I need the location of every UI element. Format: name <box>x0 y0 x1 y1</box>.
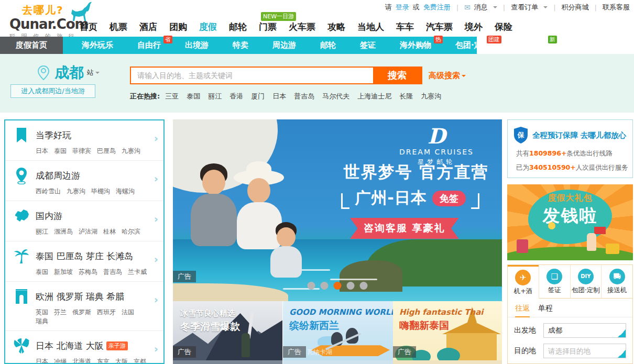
sidebar-sublink[interactable]: 兰卡威 <box>128 268 147 275</box>
tab-flight-hotel[interactable]: ✈ 机+酒 <box>508 265 539 299</box>
carousel-dot-active[interactable] <box>334 282 342 290</box>
search-input[interactable] <box>131 68 373 83</box>
search-button[interactable]: 搜索 <box>373 68 421 83</box>
sidebar-sublink[interactable]: 法国 <box>122 308 134 316</box>
sidebar-item-seasonal[interactable]: 当季好玩 › 日本泰国菲律宾巴厘岛九寨沟 <box>5 120 163 161</box>
sidebar-sublink[interactable]: 涠洲岛 <box>54 228 73 235</box>
sidebar-sublink[interactable]: 新加坡 <box>54 268 73 275</box>
sidebar-sublink[interactable]: 东京 <box>97 358 110 364</box>
round-trip-option[interactable]: 往返 <box>515 304 530 317</box>
subnav-visa[interactable]: 签证 <box>355 37 381 54</box>
departure-input[interactable] <box>544 324 626 337</box>
sidebar-sublink[interactable]: 英国 <box>36 308 48 316</box>
sidebar-sublink[interactable]: 泸沽湖 <box>79 228 97 235</box>
tab-visa[interactable]: ❏ 签证 <box>539 265 570 299</box>
orders-link[interactable]: 查看订单 <box>511 3 538 12</box>
hot-search-link[interactable]: 日本 <box>272 92 286 100</box>
nav-hotels[interactable]: 酒店 <box>139 21 157 33</box>
sidebar-sublink[interactable]: 日本 <box>36 358 48 364</box>
hot-search-link[interactable]: 丽江 <box>208 92 222 100</box>
sidebar-sublink[interactable]: 九寨沟 <box>122 147 140 155</box>
nav-flights[interactable]: 机票 <box>110 21 127 33</box>
sidebar-sublink[interactable]: 毕棚沟 <box>91 187 110 195</box>
sidebar-sublink[interactable]: 海螺沟 <box>116 187 135 195</box>
city-picker-corner-icon[interactable] <box>618 350 626 358</box>
sidebar-sublink[interactable]: 泰国 <box>54 147 67 155</box>
subnav-flash-sale[interactable]: 特卖 <box>227 37 254 54</box>
subnav-vacation-home[interactable]: 度假首页 <box>0 37 63 54</box>
sidebar-sublink[interactable]: 丽江 <box>36 228 48 235</box>
sidebar-item-europe[interactable]: 欧洲 俄罗斯 瑞典 希腊 › 英国芬兰俄罗斯西班牙法国瑞典 <box>5 282 163 331</box>
login-link[interactable]: 登录 <box>396 3 409 12</box>
sidebar-item-chengdu-nearby[interactable]: 成都周边游 › 西岭雪山九寨沟毕棚沟海螺沟 <box>5 161 163 201</box>
sidebar-sublink[interactable]: 西班牙 <box>97 308 116 316</box>
nav-train-tickets[interactable]: 火车票 <box>289 21 315 33</box>
sidebar-sublink[interactable]: 泰国 <box>36 268 48 275</box>
hot-search-link[interactable]: 九寨沟 <box>421 92 441 100</box>
sidebar-sublink[interactable]: 芬兰 <box>54 308 67 316</box>
sidebar-sublink[interactable]: 俄罗斯 <box>72 308 91 316</box>
nav-cars[interactable]: 车车 <box>396 21 414 33</box>
sidebar-sublink[interactable]: 冲绳 <box>54 358 67 364</box>
hot-search-link[interactable]: 普吉岛 <box>294 92 314 100</box>
local-tour-button[interactable]: 进入成都周边/当地游 <box>10 84 95 98</box>
tab-custom-group[interactable]: DIY 包团·定制 <box>570 265 602 299</box>
subnav-outbound[interactable]: 出境游 <box>180 37 214 54</box>
subnav-overseas-shopping[interactable]: 海外购物热 <box>395 37 436 54</box>
hot-search-link[interactable]: 上海迪士尼 <box>357 92 391 100</box>
sidebar-sublink[interactable]: 哈尔滨 <box>122 228 140 235</box>
hot-search-link[interactable]: 泰国 <box>187 92 200 100</box>
nav-overseas[interactable]: 境外 <box>465 21 483 33</box>
advanced-search-link[interactable]: 高级搜索 <box>429 71 466 81</box>
hot-search-link[interactable]: 长隆 <box>399 92 413 100</box>
current-city[interactable]: 成都 <box>54 63 84 83</box>
sidebar-sublink[interactable]: 苏梅岛 <box>79 268 97 275</box>
sidebar-sublink[interactable]: 西岭雪山 <box>36 187 61 195</box>
subnav-independent-travel[interactable]: 自由行省 <box>132 37 166 54</box>
nav-vacation[interactable]: 度假 <box>199 21 217 33</box>
register-link[interactable]: 免费注册 <box>423 3 451 12</box>
carousel-dot[interactable] <box>360 282 368 290</box>
sidebar-sublink[interactable]: 巴厘岛 <box>97 147 116 155</box>
sidebar-sublink[interactable]: 京都 <box>134 358 146 364</box>
sidebar-sublink[interactable]: 九寨沟 <box>67 187 85 195</box>
tab-airport-transfer[interactable]: ⛟ 接送机 <box>601 265 632 299</box>
contact-service-link[interactable]: 联系客服 <box>603 3 630 12</box>
subnav-overseas-fun[interactable]: 海外玩乐 <box>76 37 118 54</box>
city-selector[interactable]: 成都 站 <box>37 63 100 83</box>
one-way-option[interactable]: 单程 <box>538 304 553 317</box>
carousel-dot[interactable] <box>308 282 315 290</box>
mini-banner-new-zealand[interactable]: GOOD MORNING WORLD 缤纷新西兰 瓦纳卡湖 广告 <box>283 301 393 360</box>
vacation-gift-promo-banner[interactable]: 度假大礼包 发钱啦 <box>507 184 633 260</box>
hot-search-link[interactable]: 三亚 <box>165 92 179 100</box>
nav-insurance[interactable]: 保险 <box>495 21 512 33</box>
points-mall-link[interactable]: 积分商城 <box>562 3 589 12</box>
sidebar-sublink[interactable]: 日本 <box>36 147 48 155</box>
mini-banner-ski[interactable]: 冰雪节良心精选 冬季滑雪爆款 广告 <box>173 301 282 360</box>
sidebar-sublink[interactable]: 北海道 <box>72 358 91 364</box>
nav-group-buy[interactable]: 团购 <box>169 21 187 33</box>
subnav-custom-group[interactable]: 包团·定制团建 <box>450 37 495 54</box>
subnav-europe-river-cruise[interactable]: 欧洲河轮新 <box>509 37 551 54</box>
nav-locals[interactable]: 当地人 <box>357 21 384 33</box>
sidebar-item-japan[interactable]: 日本 北海道 大阪 亲子游 › 日本冲绳北海道东京大阪京都 <box>5 331 163 364</box>
sidebar-item-domestic[interactable]: 国内游 › 丽江涠洲岛泸沽湖桂林哈尔滨 <box>5 201 163 241</box>
hot-search-link[interactable]: 香港 <box>229 92 243 100</box>
sidebar-item-southeast-asia[interactable]: 泰国 巴厘岛 芽庄 长滩岛 › 泰国新加坡苏梅岛普吉岛兰卡威 <box>5 241 163 282</box>
nav-bus-tickets[interactable]: 汽车票 <box>426 21 453 33</box>
carousel-dot[interactable] <box>347 282 355 290</box>
sidebar-sublink[interactable]: 菲律宾 <box>72 147 91 155</box>
messages-link[interactable]: 消息 <box>474 3 488 12</box>
destination-input[interactable] <box>544 344 626 358</box>
city-picker-corner-icon[interactable] <box>618 329 626 337</box>
nav-home[interactable]: 首页 <box>80 21 97 33</box>
sidebar-sublink[interactable]: 大阪 <box>115 358 128 364</box>
sidebar-sublink[interactable]: 瑞典 <box>36 317 48 325</box>
qunar-logo[interactable]: 去哪儿? Qunar.Com 聪 明 你 的 旅 行 <box>9 3 88 40</box>
nav-cruises[interactable]: 邮轮 <box>229 21 247 33</box>
hot-search-link[interactable]: 厦门 <box>251 92 265 100</box>
mini-banner-thailand[interactable]: High fantastic Thai 嗨翻新泰国 广告 <box>393 301 502 360</box>
sidebar-sublink[interactable]: 桂林 <box>103 228 116 235</box>
sidebar-sublink[interactable]: 普吉岛 <box>103 268 122 275</box>
carousel-dot[interactable] <box>321 282 329 290</box>
